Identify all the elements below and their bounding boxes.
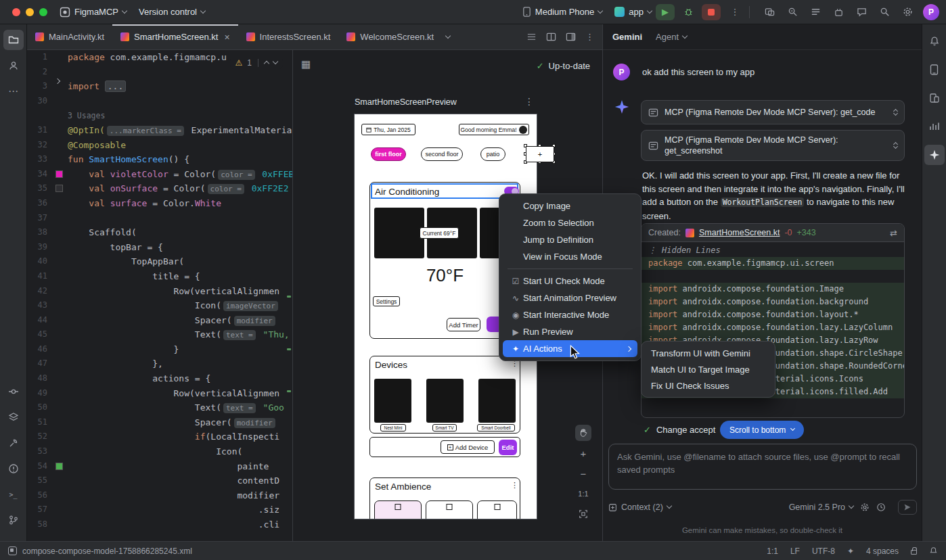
editor-list-icon[interactable] — [526, 32, 537, 42]
add-timer-button[interactable]: Add Timer — [447, 318, 480, 331]
tab-gemini[interactable]: Gemini — [612, 32, 642, 42]
context-submenu-item[interactable]: Match UI to Target Image — [641, 361, 775, 377]
feedback-icon[interactable] — [853, 4, 870, 20]
code-line[interactable]: 54 painte — [27, 459, 292, 474]
code-line[interactable]: 33fun SmartHomeScreen() { — [27, 152, 292, 167]
code-line[interactable]: 55 contentD — [27, 473, 292, 488]
code-line[interactable]: 42 Row(verticalAlignmen — [27, 284, 292, 299]
gemini-toolwindow-button[interactable] — [924, 145, 945, 165]
ambience-menu-icon[interactable]: ⋮ — [511, 481, 518, 490]
code-line[interactable]: 38 Scaffold( — [27, 225, 292, 240]
resource-manager-tool-button[interactable] — [3, 55, 24, 76]
add-device-button[interactable]: + Add Device — [441, 440, 495, 454]
code-line[interactable]: 35 val onSurface = Color(color = 0xFF2E2 — [27, 181, 292, 196]
zoom-in-button[interactable]: + — [575, 445, 591, 461]
context-selector[interactable]: Context (2) — [608, 503, 671, 512]
code-line[interactable]: 45 Text(text = "Thu, — [27, 327, 292, 342]
close-tab-icon[interactable]: × — [224, 32, 229, 43]
context-menu-item[interactable]: ☑Start UI Check Mode — [503, 273, 637, 289]
preview-title[interactable]: SmartHomeScreenPreview — [355, 97, 457, 107]
user-avatar[interactable]: P — [923, 4, 939, 20]
inspections-widget[interactable]: ⚠ 1 — [230, 57, 283, 69]
pan-tool-button[interactable] — [575, 425, 591, 441]
zoom-to-fit-button[interactable] — [575, 506, 591, 522]
version-control-tool-button[interactable] — [3, 510, 24, 530]
ambience-option[interactable] — [477, 500, 517, 519]
prev-issue-icon[interactable] — [264, 61, 269, 66]
project-tool-button[interactable] — [3, 30, 24, 50]
code-line[interactable]: 50 Text(text = "Goo — [27, 400, 292, 415]
tool-call-get-code[interactable]: MCP (Figma Remote Dev Mode MCP Server): … — [641, 100, 905, 124]
code-line[interactable]: 51 Spacer(modifier — [27, 415, 292, 430]
code-line[interactable]: 30 — [27, 94, 292, 109]
code-line[interactable]: 37 — [27, 211, 292, 226]
code-line[interactable]: 53 Icon( — [27, 444, 292, 459]
running-devices-button[interactable] — [924, 60, 945, 80]
line-separator[interactable]: LF — [790, 546, 800, 556]
send-button[interactable] — [898, 500, 917, 515]
ambience-option[interactable] — [374, 500, 422, 519]
gemini-settings-icon[interactable] — [860, 503, 870, 512]
run-button[interactable]: ▶ — [656, 4, 675, 20]
commit-tool-button[interactable] — [3, 381, 24, 402]
context-menu-item[interactable]: Jump to Definition — [503, 231, 637, 248]
gallery-view-icon[interactable]: ▦ — [301, 58, 311, 70]
created-file-link[interactable]: SmartHomeScreen.kt — [699, 228, 780, 237]
vcs-menu[interactable]: Version control — [139, 7, 205, 17]
code-line[interactable]: 46 } — [27, 342, 292, 357]
terminal-tool-button[interactable]: >_ — [3, 484, 24, 505]
preview-layout-icon[interactable] — [566, 32, 576, 42]
code-line[interactable]: 52 if(LocalInspecti — [27, 429, 292, 444]
next-issue-icon[interactable] — [273, 59, 278, 64]
plugins-icon[interactable] — [830, 4, 847, 20]
fold-icon[interactable] — [55, 78, 60, 84]
tab-first-floor[interactable]: first floor — [371, 147, 406, 161]
code-line[interactable]: 3import ... — [27, 79, 292, 94]
ai-status-icon[interactable]: ✦ — [847, 546, 854, 556]
lock-icon[interactable] — [911, 550, 917, 555]
code-line[interactable]: 3 Usages — [27, 108, 292, 123]
maximize-window-button[interactable] — [39, 8, 47, 16]
code-line[interactable]: 34 val violetColor = Color(color = 0xFFE… — [27, 167, 292, 182]
device-selector[interactable]: Medium Phone — [522, 7, 602, 17]
close-window-button[interactable] — [12, 8, 20, 16]
tool-call-get-screenshot[interactable]: MCP (Figma Remote Dev Mode MCP Server): … — [641, 130, 905, 161]
code-line[interactable]: 39 topBar = { — [27, 240, 292, 255]
settings-icon[interactable] — [899, 4, 916, 20]
zoom-out-button[interactable]: − — [575, 465, 591, 482]
code-editor[interactable]: 1package com.example.figmamcp.u23import … — [27, 50, 292, 541]
code-line[interactable]: 40 TopAppBar( — [27, 254, 292, 269]
context-menu-item[interactable]: ◉Start Interactive Mode — [503, 306, 637, 323]
tab-welcomescreen[interactable]: WelcomeScreen.kt — [338, 24, 442, 49]
run-more-options-button[interactable]: ⋮ — [726, 4, 744, 20]
device-manager-button[interactable] — [924, 88, 945, 108]
context-menu-item[interactable]: Zoom to Selection — [503, 214, 637, 231]
context-submenu-item[interactable]: Transform UI with Gemini — [641, 345, 775, 361]
code-line[interactable]: 56 modifier — [27, 488, 292, 503]
stop-button[interactable] — [702, 4, 721, 20]
tab-mainactivity[interactable]: MainActivity.kt — [27, 24, 112, 49]
expand-collapse-icon[interactable] — [894, 109, 897, 116]
code-line[interactable]: 57 .siz — [27, 503, 292, 517]
context-menu-item[interactable]: ▶Run Preview — [503, 323, 637, 340]
code-line[interactable]: 44 Spacer(modifier — [27, 313, 292, 328]
layout-icon[interactable] — [761, 4, 778, 20]
code-line[interactable]: 47 }, — [27, 356, 292, 371]
notifications-button[interactable] — [924, 31, 945, 51]
find-icon[interactable] — [784, 4, 801, 20]
code-line[interactable]: 49 Row(verticalAlignmen — [27, 386, 292, 401]
search-everywhere-icon[interactable] — [876, 4, 893, 20]
layers-tool-button[interactable] — [3, 407, 24, 427]
tab-interestsscreen[interactable]: InterestsScreen.kt — [238, 24, 339, 49]
tab-second-floor[interactable]: second floor — [421, 147, 463, 161]
app-menu[interactable]: FigmaMCP — [60, 7, 127, 18]
add-floor-tab-selected[interactable]: + — [526, 146, 554, 162]
tab-smarthomescreen[interactable]: SmartHomeScreen.kt× — [112, 24, 238, 49]
ambience-option[interactable] — [426, 500, 473, 519]
run-configuration[interactable]: app — [614, 7, 652, 17]
indent-setting[interactable]: 4 spaces — [866, 546, 899, 556]
context-menu-item[interactable]: ∿Start Animation Preview — [503, 289, 637, 306]
status-file-name[interactable]: compose-compose-model-1758866285245.xml — [22, 546, 192, 556]
code-line[interactable]: 41 title = { — [27, 269, 292, 284]
context-menu-item[interactable]: View in Focus Mode — [503, 248, 637, 265]
